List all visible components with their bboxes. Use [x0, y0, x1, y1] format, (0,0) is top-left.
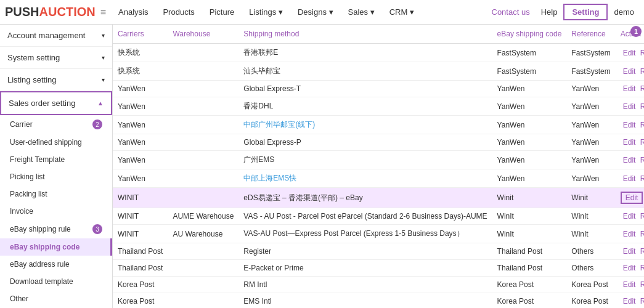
cell-carrier: YanWen — [113, 116, 168, 134]
sidebar-header-sales[interactable]: Sales order setting ▲ — [0, 91, 112, 115]
sidebar-sub-packing[interactable]: Packing list — [0, 185, 112, 203]
sidebar-sub-freight[interactable]: Freight Template — [0, 151, 112, 168]
sidebar-sub-download-template[interactable]: Download template — [0, 273, 112, 290]
cell-warehouse — [168, 81, 238, 97]
sales-order-label: Sales order setting — [9, 99, 75, 108]
cell-reference: YanWen — [566, 151, 615, 169]
table-row: YanWen 中邮上海EMS快 YanWen YanWen Edit Resto… — [113, 169, 644, 188]
cell-reference: Others — [566, 260, 615, 277]
cell-carrier: 快系统 — [113, 62, 168, 81]
cell-warehouse — [168, 134, 238, 151]
sidebar-sub-user-shipping[interactable]: User-defined shipping — [0, 134, 112, 151]
nav-right: Contact us Help Setting demo — [487, 4, 645, 20]
nav-picture[interactable]: Picture — [202, 0, 242, 25]
restore-button[interactable]: Restore reference value — [640, 102, 644, 111]
hamburger-icon[interactable]: ≡ — [100, 7, 106, 18]
logo-push: PUSH — [5, 5, 39, 19]
sidebar-section-system: System setting ▾ — [0, 47, 112, 69]
restore-button[interactable]: Restore reference value — [640, 264, 644, 272]
cell-carrier: YanWen — [113, 151, 168, 169]
cell-method: RM Intl — [238, 277, 492, 293]
cell-action: Edit 4 Restore reference value — [616, 188, 644, 208]
cell-method: VAS - AU Post - Parcel Post eParcel (Sta… — [238, 208, 492, 225]
account-management-label: Account management — [7, 31, 85, 40]
cell-carrier: 快系统 — [113, 44, 168, 62]
logo[interactable]: PUSH AUCTION ≡ — [0, 5, 111, 19]
cell-action: Edit Restore reference value — [616, 243, 644, 260]
restore-button[interactable]: Restore reference value — [640, 138, 644, 147]
cell-method: 香港联邦E — [238, 44, 492, 62]
cell-method: 汕头毕邮宝 — [238, 62, 492, 81]
restore-button[interactable]: Restore reference value — [640, 247, 644, 256]
edit-button-highlighted[interactable]: Edit — [621, 192, 643, 204]
nav-analysis[interactable]: Analysis — [111, 0, 155, 25]
cell-reference: WinIt — [566, 225, 615, 243]
restore-button[interactable]: Restore reference value — [640, 156, 644, 164]
edit-button[interactable]: Edit — [621, 297, 638, 306]
cell-ebay-code: WinIt — [492, 225, 567, 243]
cell-method: Global Express-P — [238, 134, 492, 151]
edit-button[interactable]: Edit — [621, 67, 638, 76]
restore-button[interactable]: Restore reference value — [640, 174, 644, 183]
edit-button[interactable]: Edit — [621, 156, 638, 164]
cell-reference: YanWen — [566, 81, 615, 97]
edit-button[interactable]: Edit — [621, 264, 638, 272]
system-setting-arrow: ▾ — [102, 54, 105, 61]
restore-button[interactable]: Restore reference value — [640, 121, 644, 129]
cell-warehouse — [168, 62, 238, 81]
demo-dropdown[interactable]: demo — [609, 7, 639, 17]
edit-button[interactable]: Edit — [621, 102, 638, 111]
edit-button[interactable]: Edit — [621, 121, 638, 129]
cell-ebay-code: YanWen — [492, 169, 567, 188]
restore-button[interactable]: Restore reference value — [640, 280, 644, 289]
badge-2: 2 — [92, 120, 102, 129]
nav-sales[interactable]: Sales ▾ — [341, 0, 382, 25]
sidebar-sub-picking[interactable]: Picking list — [0, 168, 112, 185]
restore-button[interactable]: Restore reference value — [640, 67, 644, 76]
table-row: YanWen 中邮广州毕邮宝(线下) YanWen YanWen Edit Re… — [113, 116, 644, 134]
cell-warehouse — [168, 188, 238, 208]
help-link[interactable]: Help — [536, 7, 563, 17]
contact-us-link[interactable]: Contact us — [487, 7, 535, 17]
sidebar-sub-ebay-address-rule[interactable]: eBay address rule — [0, 256, 112, 273]
restore-button[interactable]: Restore reference value — [640, 297, 644, 306]
cell-action: Edit Restore reference value — [616, 169, 644, 188]
cell-action: Edit Restore reference value — [616, 293, 644, 309]
cell-warehouse: AU Warehouse — [168, 225, 238, 243]
nav-designs[interactable]: Designs ▾ — [290, 0, 341, 25]
sidebar-sub-other[interactable]: Other — [0, 290, 112, 307]
cell-carrier: WINIT — [113, 188, 168, 208]
nav-listings[interactable]: Listings ▾ — [242, 0, 290, 25]
setting-button[interactable]: Setting — [563, 4, 608, 20]
cell-warehouse — [168, 44, 238, 62]
sidebar-header-account[interactable]: Account management ▾ — [0, 25, 112, 47]
restore-button[interactable]: Restore reference value — [640, 49, 644, 57]
top-nav: PUSH AUCTION ≡ Analysis Products Picture… — [0, 0, 644, 25]
col-reference: Reference — [566, 25, 615, 44]
sidebar-sub-ebay-shipping-code[interactable]: eBay shipping code — [0, 238, 112, 256]
edit-button[interactable]: Edit — [621, 280, 638, 289]
cell-ebay-code: YanWen — [492, 134, 567, 151]
edit-button[interactable]: Edit — [621, 84, 638, 93]
edit-button[interactable]: Edit — [621, 138, 638, 147]
cell-action: Edit Restore reference value — [616, 44, 644, 62]
table-row: YanWen 香港DHL YanWen YanWen Edit Restore … — [113, 97, 644, 116]
nav-products[interactable]: Products — [155, 0, 202, 25]
sidebar-sub-carrier[interactable]: Carrier 2 — [0, 115, 112, 134]
cell-method: E-Packet or Prime — [238, 260, 492, 277]
sidebar-header-listing[interactable]: Listing setting ▾ — [0, 69, 112, 91]
sidebar-sub-ebay-shipping-rule[interactable]: eBay shipping rule 3 — [0, 220, 112, 238]
restore-button[interactable]: Restore reference value — [640, 212, 644, 221]
nav-crm[interactable]: CRM ▾ — [382, 0, 422, 25]
cell-carrier: WINIT — [113, 208, 168, 225]
listing-setting-label: Listing setting — [7, 75, 57, 84]
restore-button[interactable]: Restore reference value — [640, 230, 644, 238]
sidebar-header-system[interactable]: System setting ▾ — [0, 47, 112, 69]
edit-button[interactable]: Edit — [621, 212, 638, 221]
sidebar-sub-invoice[interactable]: Invoice — [0, 203, 112, 220]
edit-button[interactable]: Edit — [621, 174, 638, 183]
edit-button[interactable]: Edit — [621, 247, 638, 256]
edit-button[interactable]: Edit — [621, 230, 638, 238]
restore-button[interactable]: Restore reference value — [640, 84, 644, 93]
edit-button[interactable]: Edit — [621, 49, 638, 57]
